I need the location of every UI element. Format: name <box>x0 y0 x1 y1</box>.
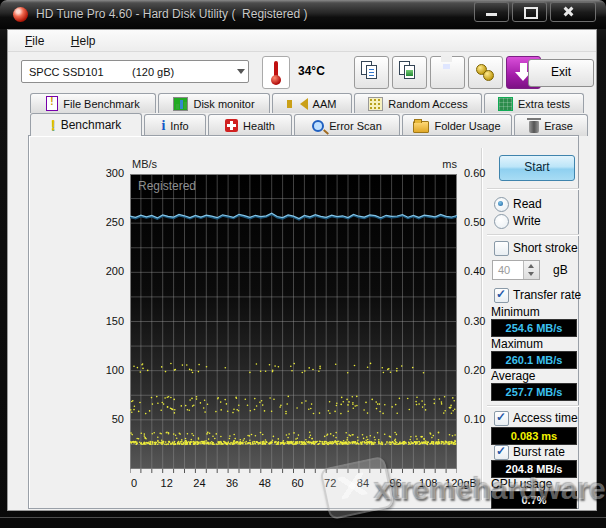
registered-watermark: Registered <box>138 179 196 193</box>
tab-row-secondary: File Benchmark Disk monitor AAM Random A… <box>30 93 584 113</box>
temperature-tile <box>262 56 290 89</box>
write-label[interactable]: Write <box>513 214 541 228</box>
minimum-label: Minimum <box>491 305 540 319</box>
folder-icon <box>413 121 429 133</box>
left-axis-tick: 250 <box>90 216 124 228</box>
right-axis-tick: 0.50 <box>464 216 498 228</box>
access-time-label[interactable]: Access time <box>513 411 578 425</box>
options-button[interactable] <box>468 56 503 89</box>
minimize-icon <box>486 13 497 16</box>
cpu-usage-value: 0.7% <box>491 491 577 509</box>
tab-disk-monitor[interactable]: Disk monitor <box>158 93 270 113</box>
burst-rate-label[interactable]: Burst rate <box>513 445 565 459</box>
title-bar[interactable]: HD Tune Pro 4.60 - Hard Disk Utility ( R… <box>0 0 606 29</box>
maximum-value: 260.1 MB/s <box>491 351 577 369</box>
minimize-button[interactable] <box>474 1 509 22</box>
trash-icon <box>529 121 539 133</box>
tab-erase[interactable]: Erase <box>514 114 588 136</box>
download-icon <box>520 63 527 72</box>
left-axis-tick: 50 <box>90 413 124 425</box>
save-screenshot-button[interactable] <box>430 56 465 89</box>
minimum-value: 254.6 MB/s <box>491 319 577 337</box>
right-axis-tick: 0.40 <box>464 265 498 277</box>
hd-tune-window: HD Tune Pro 4.60 - Hard Disk Utility ( R… <box>0 0 606 528</box>
chart-plot <box>130 174 457 474</box>
spinner-down-icon <box>528 272 534 276</box>
average-value: 257.7 MB/s <box>491 383 577 401</box>
tab-info[interactable]: i Info <box>144 114 206 136</box>
read-label[interactable]: Read <box>513 197 542 211</box>
tab-health[interactable]: Health <box>208 114 292 136</box>
start-button[interactable]: Start <box>499 155 575 181</box>
capacity-value: 40 <box>498 264 510 276</box>
maximize-icon <box>524 7 538 19</box>
tab-row-primary: ! Benchmark i Info Health Error Scan Fol… <box>30 114 588 136</box>
burst-rate-value: 204.8 MB/s <box>491 460 577 478</box>
temperature-value: 34°C <box>298 64 325 78</box>
left-axis-tick: 200 <box>90 265 124 277</box>
capacity-unit: gB <box>553 263 568 277</box>
tab-extra-tests[interactable]: Extra tests <box>484 93 584 113</box>
read-radio[interactable] <box>494 197 509 212</box>
transfer-rate-label[interactable]: Transfer rate <box>513 288 581 302</box>
short-stroke-checkbox[interactable] <box>494 241 509 256</box>
drive-model: SPCC SSD101 <box>29 66 104 78</box>
left-axis-title: MB/s <box>132 158 157 170</box>
drive-capacity: (120 gB) <box>132 66 174 78</box>
x-axis-tick: 120gB <box>437 477 485 489</box>
disk-monitor-icon <box>173 97 188 111</box>
speaker-icon <box>300 98 308 110</box>
file-benchmark-icon <box>46 96 58 111</box>
tab-aam[interactable]: AAM <box>272 93 352 113</box>
health-cross-icon <box>225 119 238 132</box>
app-icon <box>13 7 28 22</box>
transfer-rate-checkbox[interactable] <box>494 288 509 303</box>
right-axis-tick: 0.20 <box>464 364 498 376</box>
extra-tests-icon <box>498 97 513 111</box>
benchmark-chart <box>130 174 457 474</box>
menu-file[interactable]: File <box>20 33 49 49</box>
tab-folder-usage[interactable]: Folder Usage <box>402 114 512 136</box>
window-title: HD Tune Pro 4.60 - Hard Disk Utility ( R… <box>36 7 307 21</box>
menu-help[interactable]: Help <box>66 33 101 49</box>
tab-error-scan[interactable]: Error Scan <box>294 114 400 136</box>
magnifier-icon <box>312 120 324 132</box>
capacity-spinner[interactable]: 40 <box>492 260 540 280</box>
left-axis-tick: 300 <box>90 167 124 179</box>
menu-bar: File Help <box>8 30 596 52</box>
spinner-up-icon <box>528 264 534 268</box>
left-axis-tick: 100 <box>90 364 124 376</box>
short-stroke-label[interactable]: Short stroke <box>513 241 578 255</box>
exclamation-icon: ! <box>51 119 56 131</box>
exit-button[interactable]: Exit <box>528 59 594 87</box>
copy-text-button[interactable] <box>354 56 389 89</box>
access-time-value: 0.083 ms <box>491 427 577 445</box>
info-icon: i <box>161 120 165 132</box>
close-button[interactable] <box>550 1 596 22</box>
tab-benchmark[interactable]: ! Benchmark <box>30 113 142 136</box>
drive-select[interactable]: SPCC SSD101 (120 gB) <box>21 60 249 83</box>
frame-bottom-line <box>0 517 606 518</box>
cpu-usage-label: CPU usage <box>491 477 552 491</box>
chevron-down-icon <box>237 69 245 74</box>
left-axis-tick: 150 <box>90 315 124 327</box>
random-access-icon <box>368 97 383 111</box>
tab-random-access[interactable]: Random Access <box>354 93 482 113</box>
maximum-label: Maximum <box>491 337 543 351</box>
copy-screenshot-button[interactable] <box>392 56 427 89</box>
client-area: File Help SPCC SSD101 (120 gB) 34°C <box>7 29 597 511</box>
right-axis-tick: 0.30 <box>464 315 498 327</box>
window-controls <box>474 1 596 22</box>
benchmark-page: MB/s ms Registered Start Read Write Shor… <box>28 135 579 509</box>
maximize-button[interactable] <box>512 1 547 22</box>
burst-rate-checkbox[interactable] <box>494 445 509 460</box>
right-axis-tick: 0.60 <box>464 167 498 179</box>
tab-file-benchmark[interactable]: File Benchmark <box>30 93 156 113</box>
right-axis-title: ms <box>433 158 457 170</box>
right-axis-tick: 0.10 <box>464 413 498 425</box>
